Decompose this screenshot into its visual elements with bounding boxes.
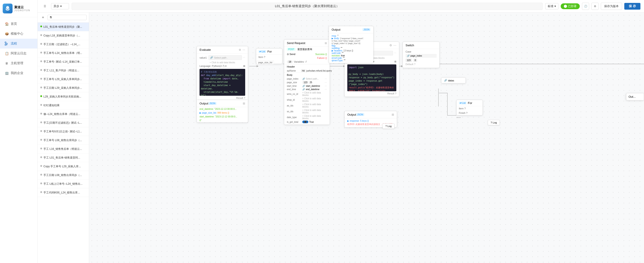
flow-item[interactable]: 手工 L16_销售售后单（明道云... bbox=[38, 145, 89, 153]
flow-item[interactable]: 手工单号 L29_采购入库单同步... bbox=[38, 75, 89, 84]
field-label: date_type bbox=[287, 116, 302, 119]
flow-item[interactable]: Copy L18_采购退货单同步（... bbox=[38, 31, 89, 40]
send-expand-icon[interactable]: ⊞ bbox=[325, 42, 327, 45]
aa-badge: Aa bbox=[301, 69, 306, 72]
api-name-row: apiName Aa jushuitan.refund.list.query bbox=[284, 69, 330, 72]
sidebar-item-host[interactable]: 🖥 主机管理 bbox=[0, 58, 38, 68]
status-toggle[interactable]: 已部署 bbox=[561, 3, 580, 9]
gear-icon[interactable]: ⚙ bbox=[239, 48, 241, 51]
flow-item[interactable]: 手工 L11_客户同步（明道云... bbox=[38, 66, 89, 75]
flow-item[interactable]: 手工(日期不过滤状态)- 测试--L... bbox=[38, 119, 89, 127]
send-request-node: Send Request ⊞ POST 退货退款查询 ⊙ Send Succes… bbox=[284, 39, 330, 125]
output-field[interactable]: ▶ body: {"response":{"data_count": 0,"ha… bbox=[332, 37, 370, 44]
sidebar-item-company[interactable]: 🏢 我的企业 bbox=[0, 68, 38, 78]
add-flow-button[interactable]: + bbox=[40, 14, 46, 20]
path-select[interactable]: Select path... bbox=[306, 78, 319, 80]
flow-item-name: 手工代码时间_L24_锁售出库... bbox=[44, 191, 80, 195]
sidebar-item-home[interactable]: 🏠 首页 bbox=[0, 19, 38, 29]
copy-icon[interactable]: ⊞ bbox=[394, 60, 396, 63]
case-field[interactable]: 🔗 page_index bbox=[406, 54, 437, 58]
flow-item-name: 手工日期（过滤状态）--L14_... bbox=[44, 42, 80, 46]
more-icon[interactable]: ⋯ bbox=[325, 78, 327, 80]
flow-item[interactable]: L01_售后单-销售退货同步（聚... bbox=[38, 22, 89, 31]
default-btn[interactable]: Default ? bbox=[406, 62, 437, 66]
send-btn[interactable]: ⊙ Send bbox=[287, 53, 295, 56]
more-icon[interactable]: ⋯ bbox=[325, 85, 327, 87]
flow-item[interactable]: 手工单号- 测试--L14_采购订单... bbox=[38, 57, 89, 66]
output2-response[interactable]: ▶ response: 5 keys {} bbox=[347, 120, 394, 122]
more-icon[interactable]: ⋯ bbox=[242, 48, 245, 51]
gear-icon[interactable]: ⚙ bbox=[390, 44, 392, 47]
flow-item[interactable]: Copy 手工单号 L29_采购入库... bbox=[38, 162, 89, 171]
host-icon: 🖥 bbox=[4, 61, 9, 65]
flow-item[interactable]: 手工代码时间_L24_锁售出库... bbox=[38, 188, 89, 197]
lang-select[interactable]: Language: Python(2.7) ▾ ⊞ bbox=[200, 65, 245, 67]
log2-button[interactable]: ? Log bbox=[488, 120, 500, 125]
flow-item-name: Copy 手工单号 L29_采购入库... bbox=[44, 164, 81, 168]
status-dot bbox=[40, 183, 42, 184]
sidebar-item-flow[interactable]: 流程 bbox=[0, 39, 38, 48]
output-panel-title: Output bbox=[332, 28, 340, 31]
add-data-btn[interactable]: + Click to add data blocks bbox=[200, 61, 245, 64]
menu-button[interactable]: ☰ bbox=[41, 3, 48, 10]
app-sub: JUDAOYUN bbox=[14, 9, 30, 12]
body-section: Body bbox=[284, 72, 330, 77]
flow-item[interactable]: 手工日期 L29_采购入库单同步... bbox=[38, 84, 89, 92]
status-dot bbox=[40, 95, 42, 97]
flow-item[interactable]: 手工日期（过滤状态）--L14_... bbox=[38, 40, 89, 49]
search-input[interactable]: ⚗ bbox=[48, 15, 87, 20]
output2-header: Output JSON ⊞ bbox=[344, 111, 397, 118]
toggle-circle bbox=[564, 5, 567, 8]
output-field[interactable]: ▶ headers: 13 keys {} bbox=[332, 49, 370, 52]
flow-item[interactable]: 修--L24_销售出库单（明道云... bbox=[38, 110, 89, 119]
status-dot bbox=[40, 25, 42, 27]
sidebar-item-template[interactable]: 📦 模板中心 bbox=[0, 29, 38, 39]
refresh-icon[interactable]: ↺ bbox=[305, 60, 307, 63]
copy-icon[interactable]: ⊞ bbox=[243, 65, 245, 67]
sidebar-item-aliyun[interactable]: 📋 阿里云日志 bbox=[0, 48, 38, 58]
flow-item[interactable]: 手工单号-L24_销售出库单（明... bbox=[38, 49, 89, 57]
code-area[interactable]: # 天数增加函数 def day_add(start_day,day_qty):… bbox=[200, 69, 245, 96]
save-version-button[interactable]: 保存为版本 bbox=[601, 3, 622, 10]
more-icon[interactable]: ⋯ bbox=[394, 44, 396, 47]
canvas[interactable]: Output JSON msg: "" ▶ body: {"response":… bbox=[89, 12, 644, 263]
add-data-btn[interactable]: + Click to add data blocks bbox=[302, 115, 327, 120]
flow-item[interactable]: 钉钉通知结果 bbox=[38, 101, 89, 110]
add-data-btn[interactable]: + Click to add data blocks bbox=[302, 91, 327, 96]
flow-item-name: L29_采购入库单同步关联采购... bbox=[44, 95, 81, 99]
async-select[interactable]: 异步 ▾ bbox=[51, 3, 69, 9]
toggle-on[interactable]: ⚫ bbox=[302, 121, 308, 123]
add-data-btn[interactable]: + Click to add data blocks bbox=[302, 109, 327, 114]
more-icon[interactable]: ⋯ bbox=[325, 81, 327, 84]
settings-button[interactable]: ⚙ bbox=[592, 3, 598, 10]
flow-item[interactable]: 手工单号9月1日之前- 测试--L1... bbox=[38, 127, 89, 136]
flow-item[interactable]: 手工 L01_售后单-销售退货同... bbox=[38, 153, 89, 162]
flow-item[interactable]: 手工单号 L08_销售出库同步（... bbox=[38, 136, 89, 145]
add-data-btn[interactable]: + Click to add data blocks bbox=[302, 97, 327, 102]
output1-copy-icon[interactable]: ⊞ bbox=[243, 102, 245, 105]
link-icon: 🔗 bbox=[302, 78, 305, 80]
flow-item[interactable]: 手工日期 L08_销售出库同步（... bbox=[38, 171, 89, 180]
flow-item[interactable]: 手工 L线上订单号--L24_销售出... bbox=[38, 180, 89, 188]
code-line: response = py_body.get("response") bbox=[349, 76, 395, 79]
save-button[interactable]: 保 存 bbox=[624, 3, 640, 10]
history-button[interactable]: 🕐 bbox=[582, 3, 589, 10]
for1-title: For bbox=[267, 50, 272, 53]
field-more-icon[interactable]: ⋯ bbox=[394, 52, 396, 54]
field-value[interactable]: 🔗 Select path . bbox=[208, 55, 242, 60]
code-line: result.put(u"程序03: 此量销售退货单的 bbox=[349, 86, 395, 89]
more-icon[interactable]: ⋯ bbox=[325, 88, 327, 91]
flow-item-name: 手工单号9月1日之前- 测试--L1... bbox=[44, 129, 82, 134]
code-area[interactable]: import json py_body = json.loads(body) r… bbox=[347, 64, 396, 91]
field-more-icon[interactable]: ⋯ bbox=[243, 56, 245, 59]
json-badge: JSON bbox=[362, 28, 370, 31]
flow-item[interactable]: L29_采购入库单同步关联采购... bbox=[38, 92, 89, 101]
for2-node: ⇄ List For Item ? Finish ? bbox=[456, 100, 483, 115]
standard-select[interactable]: 标准 ▾ bbox=[545, 3, 558, 9]
link-icon: 🔗 bbox=[302, 85, 305, 87]
add-data-btn[interactable]: + Click to add data blocks bbox=[302, 103, 327, 108]
copy-icon[interactable]: ⊞ bbox=[392, 113, 394, 116]
output-val: 13 keys {} bbox=[343, 49, 353, 52]
output1-item: ▶ page_size_list: 999 items {} bbox=[197, 111, 248, 115]
log1-button[interactable]: ? Log bbox=[382, 123, 394, 129]
